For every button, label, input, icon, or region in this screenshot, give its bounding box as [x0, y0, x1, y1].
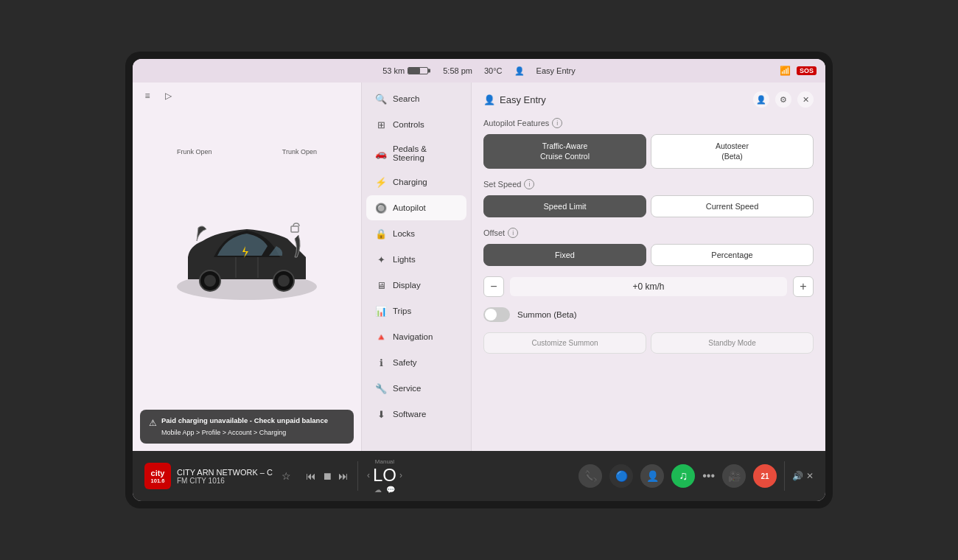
menu-item-charging[interactable]: ⚡ Charging: [366, 169, 466, 195]
stop-btn[interactable]: ⏹: [322, 470, 332, 482]
spotify-icon-btn[interactable]: ♫: [671, 464, 695, 488]
trunk-label: Trunk Open: [282, 148, 317, 157]
menu-item-locks[interactable]: 🔒 Locks: [366, 221, 466, 246]
menu-label-trips: Trips: [393, 307, 411, 315]
menu-item-navigation[interactable]: 🔺 Navigation: [366, 324, 466, 349]
left-panel-header: ≡ ▷: [140, 90, 354, 102]
message-icon: 💬: [386, 486, 395, 494]
tesla-screen: 53 km 5:58 pm 30°C 👤 Easy Entry 📶 SOS: [133, 59, 825, 501]
radio-info: city 101.6 CITY ARN NETWORK – C FM CITY …: [144, 463, 273, 489]
standby-mode-btn[interactable]: Standby Mode: [651, 332, 814, 354]
offset-decrease-btn[interactable]: −: [483, 276, 504, 297]
phone-icon-btn[interactable]: 📞: [578, 464, 602, 488]
divider-2: [784, 461, 785, 491]
menu-item-pedals[interactable]: 🚗 Pedals & Steering: [366, 138, 466, 169]
device-frame: 53 km 5:58 pm 30°C 👤 Easy Entry 📶 SOS: [125, 52, 833, 508]
speed-buttons: Speed Limit Current Speed: [483, 195, 814, 217]
autopilot-info-icon[interactable]: i: [552, 118, 562, 128]
menu-label-safety: Safety: [393, 358, 417, 367]
media-icon[interactable]: ▷: [161, 90, 175, 102]
temperature: 30°C: [484, 66, 503, 75]
svg-point-2: [204, 275, 216, 287]
menu-label-locks: Locks: [393, 229, 415, 238]
set-speed-info-icon[interactable]: i: [524, 179, 534, 189]
action-buttons: Customize Summon Standby Mode: [483, 332, 814, 354]
cruise-control-btn[interactable]: Traffic-AwareCruise Control: [483, 134, 646, 169]
menu-item-search[interactable]: 🔍 Search: [366, 86, 466, 111]
gear-manual-label: Manual: [375, 458, 394, 465]
warning-title: Paid charging unavailable - Check unpaid…: [161, 416, 328, 426]
divider-1: [357, 461, 358, 491]
profile-icon-btn[interactable]: 👤: [753, 91, 769, 108]
battery-km: 53 km: [382, 66, 405, 75]
gear-status-icons: ☁ 💬: [374, 486, 395, 494]
calendar-icon-btn[interactable]: 21: [753, 464, 777, 488]
fixed-btn[interactable]: Fixed: [483, 244, 646, 266]
offset-info-icon[interactable]: i: [508, 228, 518, 238]
menu-label-search: Search: [393, 94, 419, 103]
prev-track-btn[interactable]: ⏮: [306, 470, 316, 482]
menu-label-lights: Lights: [393, 255, 416, 264]
person-icon: 👤: [514, 66, 525, 76]
menu-item-display[interactable]: 🖥 Display: [366, 273, 466, 298]
radio-controls: ⏮ ⏹ ⏭: [306, 470, 349, 482]
gear-left-arrow: ‹: [367, 470, 370, 480]
service-icon: 🔧: [375, 382, 387, 394]
summon-toggle[interactable]: [483, 307, 510, 322]
warning-triangle-icon: ⚠: [149, 416, 157, 430]
menu-label-software: Software: [393, 410, 426, 419]
bluetooth-icon-btn[interactable]: 🔵: [609, 464, 633, 488]
battery-fill: [408, 68, 420, 74]
menu-item-controls[interactable]: ⊞ Controls: [366, 112, 466, 137]
gear-right-arrow: ›: [399, 470, 402, 480]
mute-x: ✕: [806, 471, 814, 481]
person-icon-header: 👤: [483, 94, 495, 105]
menu-item-safety[interactable]: ℹ Safety: [366, 350, 466, 375]
speed-limit-btn[interactable]: Speed Limit: [483, 195, 646, 217]
gear-value: LO: [373, 466, 396, 484]
safety-icon: ℹ: [375, 357, 387, 368]
offset-increase-btn[interactable]: +: [793, 276, 814, 297]
menu-item-lights[interactable]: ✦ Lights: [366, 247, 466, 272]
gear-arrows: ‹ LO ›: [367, 466, 402, 484]
menu-panel: 🔍 Search ⊞ Controls 🚗 Pedals & Steering …: [361, 83, 472, 451]
customize-summon-btn[interactable]: Customize Summon: [483, 332, 646, 354]
more-options-btn[interactable]: •••: [702, 469, 715, 483]
bottom-icons: 📞 🔵 👤 ♫ ••• 🎥 21 🔊 ✕: [578, 461, 814, 491]
menu-item-service[interactable]: 🔧 Service: [366, 376, 466, 401]
radio-text: CITY ARN NETWORK – C: [177, 468, 273, 477]
offset-type-buttons: Fixed Percentage: [483, 244, 814, 266]
list-icon[interactable]: ≡: [140, 90, 155, 102]
warning-subtitle: Mobile App > Profile > Account > Chargin…: [161, 429, 286, 436]
right-panel-header: 👤 Easy Entry 👤 ⚙ ✕: [483, 91, 814, 108]
radio-text-area: CITY ARN NETWORK – C FM CITY 1016: [177, 468, 273, 485]
header-action-icons: 👤 ⚙ ✕: [753, 91, 814, 108]
settings-icon-btn[interactable]: ⚙: [775, 91, 791, 108]
current-speed-btn[interactable]: Current Speed: [651, 195, 814, 217]
volume-icon: 🔊: [792, 471, 803, 481]
summon-label: Summon (Beta): [517, 310, 577, 319]
menu-label-navigation: Navigation: [393, 332, 433, 341]
close-icon-btn[interactable]: ✕: [797, 91, 814, 108]
volume-area: 🔊 ✕: [792, 471, 814, 481]
camera-icon-btn[interactable]: 🎥: [722, 464, 746, 488]
next-track-btn[interactable]: ⏭: [338, 470, 349, 482]
battery-info: 53 km: [382, 66, 428, 75]
avatar-icon-btn[interactable]: 👤: [640, 464, 664, 488]
bottom-bar: city 101.6 CITY ARN NETWORK – C FM CITY …: [133, 451, 825, 501]
autopilot-features-label: Autopilot Features i: [483, 118, 814, 128]
station-freq: FM CITY 1016: [177, 477, 273, 485]
favorite-btn[interactable]: ☆: [282, 470, 291, 482]
menu-item-software[interactable]: ⬇ Software: [366, 402, 466, 427]
left-panel: ≡ ▷ Frunk Open Trunk Open: [133, 83, 361, 451]
controls-icon: ⊞: [375, 119, 387, 130]
menu-item-autopilot[interactable]: 🔘 Autopilot: [366, 195, 466, 220]
percentage-btn[interactable]: Percentage: [651, 244, 814, 266]
current-time: 5:58 pm: [443, 66, 472, 75]
car-svg: [166, 191, 328, 323]
menu-label-pedals: Pedals & Steering: [393, 144, 458, 162]
offset-value: +0 km/h: [510, 277, 787, 296]
autosteer-btn[interactable]: Autosteer(Beta): [651, 134, 814, 169]
menu-item-trips[interactable]: 📊 Trips: [366, 298, 466, 323]
main-content: ≡ ▷ Frunk Open Trunk Open: [133, 83, 825, 451]
